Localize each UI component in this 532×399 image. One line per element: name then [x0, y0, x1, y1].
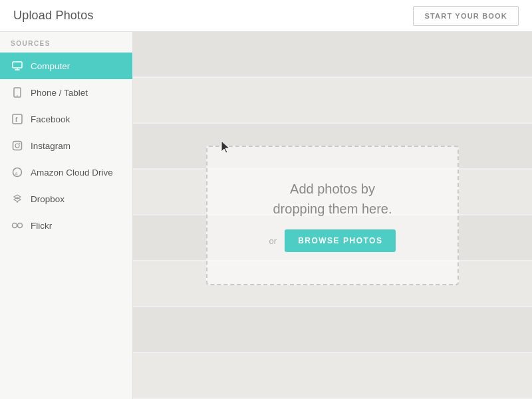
start-book-button[interactable]: START YOUR BOOK [413, 6, 519, 26]
top-bar-left: Upload Photos [0, 9, 94, 23]
amazon-icon: a [11, 166, 24, 179]
svg-text:f: f [15, 116, 18, 123]
sidebar-item-phone-tablet[interactable]: Phone / Tablet [0, 79, 132, 106]
main-layout: SOURCES Computer Phone / Tablet [0, 32, 532, 399]
drop-zone-line1: Add photos by [290, 182, 375, 196]
facebook-icon: f [11, 112, 24, 126]
sidebar-item-amazon-label: Amazon Cloud Drive [31, 168, 113, 178]
phone-icon [11, 86, 24, 99]
sidebar-item-phone-label: Phone / Tablet [31, 88, 88, 98]
bg-strip-8 [133, 353, 532, 399]
drop-zone-or-label: or [269, 236, 277, 246]
sidebar-item-instagram[interactable]: Instagram [0, 132, 132, 159]
bg-strip-2 [133, 78, 532, 124]
svg-rect-7 [13, 142, 22, 150]
sidebar-item-computer[interactable]: Computer [0, 53, 132, 79]
sidebar-item-flickr-label: Flickr [31, 221, 52, 231]
flickr-icon [11, 219, 24, 232]
bg-strip-7 [133, 307, 532, 353]
bg-strip-1 [133, 32, 532, 78]
page-title: Upload Photos [13, 9, 94, 23]
sidebar-item-dropbox[interactable]: Dropbox [0, 186, 132, 212]
svg-point-9 [19, 143, 21, 144]
browse-photos-button[interactable]: BROWSE PHOTOS [285, 229, 396, 252]
sidebar-item-facebook[interactable]: f Facebook [0, 106, 132, 132]
sidebar: SOURCES Computer Phone / Tablet [0, 32, 133, 399]
drop-zone-or-row: or BROWSE PHOTOS [269, 229, 396, 252]
computer-icon [11, 59, 24, 72]
dropbox-icon [11, 192, 24, 205]
svg-point-4 [17, 95, 18, 96]
top-bar: Upload Photos START YOUR BOOK [0, 0, 532, 32]
sidebar-item-computer-label: Computer [31, 61, 70, 71]
sidebar-item-instagram-label: Instagram [31, 141, 70, 151]
content-area: Add photos by dropping them here. or BRO… [133, 32, 532, 399]
instagram-icon [11, 139, 24, 152]
drop-zone-text: Add photos by dropping them here. [273, 179, 392, 219]
svg-marker-12 [14, 195, 21, 199]
sidebar-item-facebook-label: Facebook [31, 114, 70, 124]
drop-zone-line2: dropping them here. [273, 201, 392, 216]
svg-text:a: a [15, 170, 18, 176]
svg-marker-13 [14, 198, 21, 201]
sidebar-item-amazon[interactable]: a Amazon Cloud Drive [0, 159, 132, 186]
svg-point-8 [15, 144, 19, 148]
svg-point-15 [13, 223, 17, 228]
sidebar-item-flickr[interactable]: Flickr [0, 212, 132, 239]
svg-point-16 [18, 223, 23, 228]
sidebar-item-dropbox-label: Dropbox [31, 194, 65, 204]
sidebar-section-label: SOURCES [0, 32, 132, 53]
svg-rect-0 [13, 62, 22, 68]
drop-zone: Add photos by dropping them here. or BRO… [206, 146, 459, 285]
